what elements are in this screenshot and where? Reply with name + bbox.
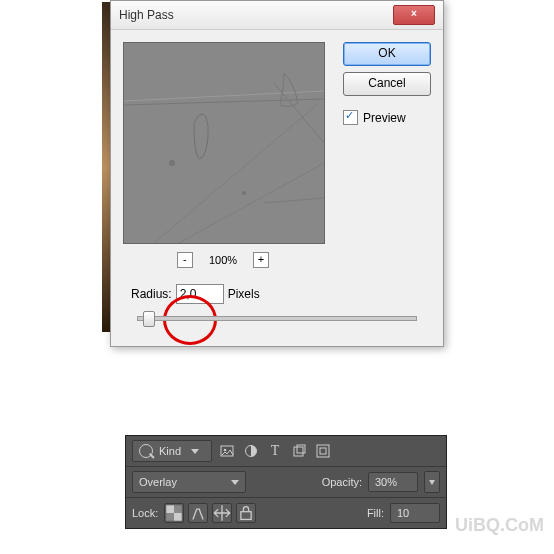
fill-label: Fill: [367,507,384,519]
dialog-title: High Pass [119,8,174,22]
svg-rect-20 [241,512,251,520]
zoom-level: 100% [209,254,237,266]
dialog-body: OK Cancel Preview - [111,30,443,346]
svg-rect-16 [167,505,175,513]
ok-button[interactable]: OK [343,42,431,66]
radius-label: Radius: [131,287,172,301]
svg-rect-14 [317,445,329,457]
radius-unit: Pixels [228,287,260,301]
kind-filter-row: Kind T [126,436,446,467]
svg-point-7 [169,160,175,166]
radius-input[interactable] [176,284,224,304]
radius-row: Radius: Pixels [131,284,431,304]
lock-transparency-icon[interactable] [164,503,184,523]
zoom-controls: - 100% + [123,252,323,268]
slider-track [137,316,417,321]
filter-smart-icon[interactable] [314,442,332,460]
filter-pixel-icon[interactable] [218,442,236,460]
chevron-down-icon [191,449,199,454]
dialog-titlebar[interactable]: High Pass × [111,1,443,30]
lock-pixels-icon[interactable] [188,503,208,523]
svg-rect-12 [294,447,303,456]
svg-point-10 [224,449,227,452]
preview-checkbox-row[interactable]: Preview [343,110,431,125]
opacity-input[interactable]: 30% [368,472,418,492]
layers-panel: Kind T Overlay Opacity: 30% Lock: Fill: … [125,435,447,529]
lock-row: Lock: Fill: 10 [126,498,446,528]
slider-thumb[interactable] [143,311,155,327]
high-pass-dialog: High Pass × OK Cancel Preview [110,0,444,347]
blend-mode-value: Overlay [139,476,177,488]
filter-type-icon[interactable]: T [266,442,284,460]
close-button[interactable]: × [393,5,435,25]
cancel-button[interactable]: Cancel [343,72,431,96]
svg-rect-0 [124,43,324,243]
preview-checkbox[interactable] [343,110,358,125]
background-edge [102,2,110,332]
radius-slider[interactable] [137,310,417,324]
chevron-down-icon [231,480,239,485]
svg-point-8 [242,191,246,195]
search-icon [139,444,153,458]
opacity-stepper[interactable] [424,471,440,493]
kind-label: Kind [159,445,181,457]
filter-shape-icon[interactable] [290,442,308,460]
blend-row: Overlay Opacity: 30% [126,467,446,498]
zoom-out-button[interactable]: - [177,252,193,268]
lock-label: Lock: [132,507,158,519]
kind-dropdown[interactable]: Kind [132,440,212,462]
dialog-actions: OK Cancel Preview [343,42,431,125]
svg-rect-17 [174,513,182,521]
svg-rect-18 [174,505,182,513]
svg-rect-19 [167,513,175,521]
lock-position-icon[interactable] [212,503,232,523]
zoom-in-button[interactable]: + [253,252,269,268]
preview-label: Preview [363,111,406,125]
watermark: UiBQ.CoM [455,515,544,536]
blend-mode-dropdown[interactable]: Overlay [132,471,246,493]
lock-buttons [164,503,256,523]
svg-rect-15 [320,448,326,454]
opacity-label: Opacity: [322,476,362,488]
fill-input[interactable]: 10 [390,503,440,523]
chevron-down-icon [429,480,435,485]
svg-rect-13 [297,445,305,453]
filter-adjust-icon[interactable] [242,442,260,460]
filter-preview[interactable] [123,42,325,244]
lock-all-icon[interactable] [236,503,256,523]
